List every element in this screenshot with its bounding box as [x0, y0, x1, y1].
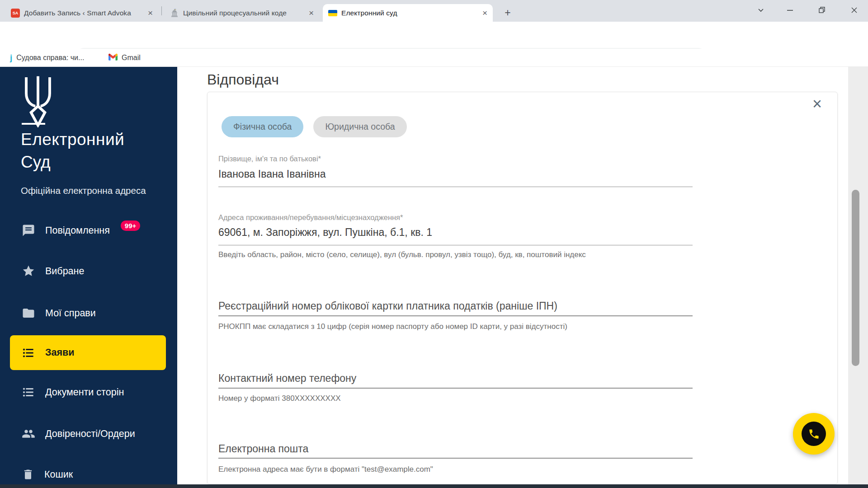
phone-number-hint: Номер у форматі 380XXXXXXXXX [218, 394, 341, 403]
close-icon[interactable]: × [812, 96, 822, 112]
tab-close-icon[interactable]: × [481, 9, 488, 17]
tab-divider [161, 6, 162, 15]
page-title: Відповідач [207, 71, 279, 88]
full-name-label: Прізвище, ім'я та по батькові* [218, 155, 321, 163]
bookmark-gmail[interactable]: Gmail [108, 49, 141, 67]
browser-tab-strip: SA Добавить Запись ‹ Smart Advoka × Циві… [0, 0, 868, 22]
full-name-input[interactable]: Іванова Івана Іванівна [218, 168, 326, 180]
sidebar-item-claims[interactable]: Заяви [10, 335, 166, 370]
window-restore-button[interactable] [812, 3, 831, 17]
sidebar-item-label: Довіреності/Ордери [45, 428, 135, 440]
sidebar-item-favorites[interactable]: Вибране [0, 258, 177, 284]
tryzub-logo-icon [20, 74, 56, 129]
phone-icon [802, 422, 826, 446]
email-input[interactable]: Електронна пошта [218, 443, 308, 455]
trash-icon [22, 468, 34, 481]
sidebar-item-label: Заяви [45, 347, 74, 358]
sidebar-item-label: Мої справи [45, 308, 96, 319]
page-scrollbar-track[interactable] [848, 67, 868, 484]
sidebar-item-label: Вибране [45, 266, 84, 277]
address-label: Адреса проживання/перебування/місцезнахо… [218, 213, 403, 222]
tab-title: Добавить Запись ‹ Smart Advoka [24, 9, 143, 17]
sidebar-item-party-documents[interactable]: Документи сторін [0, 380, 177, 405]
folder-icon [22, 306, 35, 320]
tab-close-icon[interactable]: × [308, 9, 315, 17]
tax-number-hint: РНОКПП має складатися з 10 цифр (серія н… [218, 322, 567, 331]
person-type-tabs: Фізична особа Юридична особа [222, 116, 407, 137]
smart-advokat-favicon-icon: SA [11, 9, 20, 18]
address-hint: Введіть область, район, місто (село, сел… [218, 250, 586, 259]
tab-individual-person[interactable]: Фізична особа [222, 116, 303, 137]
tab-close-icon[interactable]: × [147, 9, 154, 17]
browser-tab-civil-code[interactable]: Цивільний процесуальний коде × [165, 4, 319, 22]
new-tab-button[interactable]: + [501, 6, 514, 19]
people-icon [22, 427, 35, 441]
window-close-button[interactable] [844, 3, 863, 17]
sidebar-item-messages[interactable]: Повідомлення 99+ [0, 218, 177, 243]
list-icon [22, 346, 35, 360]
message-icon [22, 224, 35, 237]
app-sidebar: Електронний Суд Офіційна електронна адре… [0, 67, 177, 488]
browser-tab-smart-advokat[interactable]: SA Добавить Запись ‹ Smart Advoka × [5, 4, 158, 22]
input-underline [218, 187, 693, 187]
input-underline [218, 458, 693, 459]
tab-search-chevron-icon[interactable] [751, 3, 770, 17]
input-underline [218, 245, 693, 245]
sidebar-item-label: Кошик [44, 469, 73, 480]
app-title-line1: Електронний [21, 130, 124, 149]
star-icon [22, 264, 35, 278]
tab-title: Цивільний процесуальний коде [183, 9, 304, 17]
browser-toolbar: cabinet.court.gov.ua/claims/efdd2ff34fd6… [0, 22, 868, 49]
rada-building-favicon-icon [170, 9, 179, 18]
messages-count-badge: 99+ [121, 221, 140, 231]
tab-title: Електронний суд [341, 9, 477, 17]
bookmark-court-case[interactable]: j Судова справа: чи... [10, 49, 84, 67]
app-subtitle: Офіційна електронна адреса [21, 185, 146, 196]
gmail-favicon-icon [108, 53, 118, 62]
input-underline [218, 315, 693, 316]
phone-number-input[interactable]: Контактний номер телефону [218, 372, 356, 385]
page-scrollbar-thumb[interactable] [852, 190, 859, 366]
sidebar-item-label: Повідомлення [45, 225, 110, 236]
ukraine-flag-favicon-icon [328, 10, 337, 16]
bookmarks-bar: j Судова справа: чи... Gmail [0, 49, 868, 67]
j-favicon-icon: j [10, 53, 12, 63]
input-underline [218, 388, 693, 389]
sidebar-item-my-cases[interactable]: Мої справи [0, 300, 177, 326]
sidebar-item-label: Документи сторін [45, 387, 124, 398]
logo-divider [22, 123, 45, 125]
email-hint: Електронна адреса має бути в форматі "te… [218, 465, 433, 474]
browser-tab-electronic-court[interactable]: Електронний суд × [323, 4, 493, 22]
defendant-form-card: × Фізична особа Юридична особа Прізвище,… [207, 92, 838, 484]
window-minimize-button[interactable] [780, 3, 799, 17]
app-title-line2: Суд [21, 153, 51, 172]
call-support-button[interactable] [793, 413, 835, 455]
bottom-edge-strip [0, 484, 868, 488]
tab-legal-entity[interactable]: Юридична особа [313, 116, 406, 137]
list-icon [22, 385, 35, 399]
bookmark-label: Судова справа: чи... [16, 54, 84, 62]
bookmark-label: Gmail [122, 54, 141, 62]
address-input[interactable]: 69061, м. Запоріжжя, вул. Пушкіна, б.1, … [218, 226, 432, 239]
sidebar-item-powers-of-attorney[interactable]: Довіреності/Ордери [0, 421, 177, 446]
sidebar-item-trash[interactable]: Кошик [0, 462, 177, 487]
tax-number-input[interactable]: Реєстраційний номер облікової картки пла… [218, 300, 557, 312]
